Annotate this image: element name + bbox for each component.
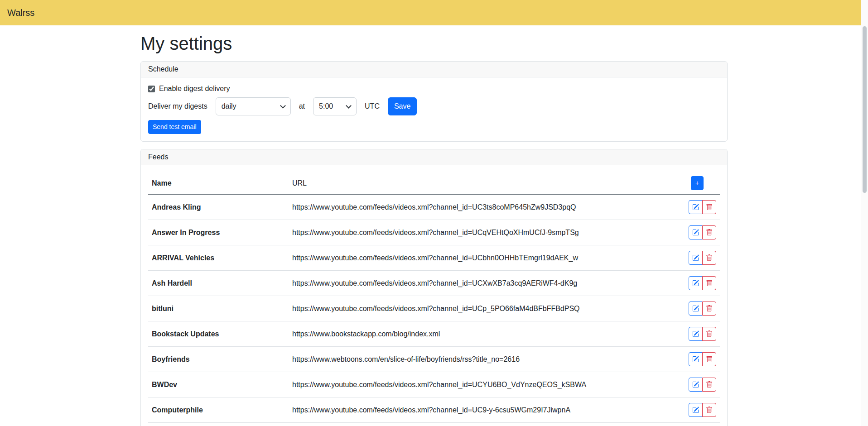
feed-url: https://www.youtube.com/feeds/videos.xml…	[289, 423, 679, 426]
column-header-url: URL	[289, 172, 679, 194]
feed-name: bitluni	[148, 296, 289, 321]
feed-name: Andreas Kling	[148, 194, 289, 220]
table-row: Andreas Kling https://www.youtube.com/fe…	[148, 194, 720, 220]
table-row: Fireship https://www.youtube.com/feeds/v…	[148, 423, 720, 426]
pencil-icon	[692, 381, 699, 388]
delete-feed-button[interactable]	[702, 251, 716, 265]
column-header-actions: +	[679, 172, 720, 194]
feed-name: Fireship	[148, 423, 289, 426]
top-navbar: Walrss	[0, 0, 868, 25]
feed-name: Bookstack Updates	[148, 321, 289, 347]
pencil-icon	[692, 330, 699, 337]
feed-name: BWDev	[148, 372, 289, 397]
edit-feed-button[interactable]	[689, 276, 703, 290]
column-header-name: Name	[148, 172, 289, 194]
feed-name: Answer In Progress	[148, 220, 289, 245]
table-row: bitluni https://www.youtube.com/feeds/vi…	[148, 296, 720, 321]
trash-icon	[706, 356, 713, 363]
edit-feed-button[interactable]	[689, 225, 703, 239]
delete-feed-button[interactable]	[702, 378, 716, 392]
table-row: Bookstack Updates https://www.bookstacka…	[148, 321, 720, 347]
frequency-select[interactable]: daily	[216, 97, 291, 115]
trash-icon	[706, 254, 713, 261]
delete-feed-button[interactable]	[702, 276, 716, 290]
delete-feed-button[interactable]	[702, 403, 716, 417]
pencil-icon	[692, 356, 699, 363]
feed-url: https://www.youtube.com/feeds/videos.xml…	[289, 372, 679, 397]
edit-feed-button[interactable]	[689, 200, 703, 214]
feed-url: https://www.youtube.com/feeds/videos.xml…	[289, 271, 679, 296]
feed-url: https://www.bookstackapp.com/blog/index.…	[289, 321, 679, 347]
table-row: Computerphile https://www.youtube.com/fe…	[148, 397, 720, 423]
pencil-icon	[692, 280, 699, 287]
trash-icon	[706, 407, 713, 413]
save-button[interactable]: Save	[388, 97, 417, 115]
trash-icon	[706, 229, 713, 236]
main-content: My settings Schedule Enable digest deliv…	[140, 34, 728, 426]
trash-icon	[706, 305, 713, 312]
feed-url: https://www.youtube.com/feeds/videos.xml…	[289, 397, 679, 423]
enable-digest-label: Enable digest delivery	[159, 85, 230, 93]
trash-icon	[706, 280, 713, 287]
trash-icon	[706, 330, 713, 337]
deliver-label: Deliver my digests	[148, 102, 207, 110]
scrollbar-thumb[interactable]	[863, 26, 867, 193]
trash-icon	[706, 204, 713, 211]
table-row: ARRIVAL Vehicles https://www.youtube.com…	[148, 245, 720, 271]
feeds-card: Feeds Name URL + Andreas Kling https:/	[140, 149, 728, 426]
edit-feed-button[interactable]	[689, 378, 703, 392]
table-row: Ash Hardell https://www.youtube.com/feed…	[148, 271, 720, 296]
table-row: Boyfriends https://www.webtoons.com/en/s…	[148, 347, 720, 372]
at-label: at	[299, 102, 305, 110]
pencil-icon	[692, 407, 699, 413]
edit-feed-button[interactable]	[689, 327, 703, 341]
pencil-icon	[692, 305, 699, 312]
enable-digest-checkbox[interactable]	[148, 86, 155, 92]
pencil-icon	[692, 254, 699, 261]
feeds-table: Name URL + Andreas Kling https://www.you…	[148, 172, 720, 426]
pencil-icon	[692, 204, 699, 211]
feed-url: https://www.webtoons.com/en/slice-of-lif…	[289, 347, 679, 372]
schedule-card-header: Schedule	[141, 62, 727, 77]
timezone-label: UTC	[365, 102, 380, 110]
edit-feed-button[interactable]	[689, 302, 703, 316]
feed-url: https://www.youtube.com/feeds/videos.xml…	[289, 296, 679, 321]
pencil-icon	[692, 229, 699, 236]
table-row: Answer In Progress https://www.youtube.c…	[148, 220, 720, 245]
table-row: BWDev https://www.youtube.com/feeds/vide…	[148, 372, 720, 397]
delete-feed-button[interactable]	[702, 302, 716, 316]
time-select-wrap: 5:00	[313, 97, 357, 115]
scrollbar-track[interactable]	[861, 0, 868, 426]
schedule-card-body: Enable digest delivery Deliver my digest…	[141, 77, 727, 141]
schedule-card: Schedule Enable digest delivery Deliver …	[140, 61, 728, 142]
enable-digest-row: Enable digest delivery	[148, 85, 720, 93]
feed-url: https://www.youtube.com/feeds/videos.xml…	[289, 194, 679, 220]
feeds-card-body: Name URL + Andreas Kling https://www.you…	[141, 165, 727, 426]
add-feed-button[interactable]: +	[691, 176, 704, 190]
feed-url: https://www.youtube.com/feeds/videos.xml…	[289, 245, 679, 271]
feed-name: ARRIVAL Vehicles	[148, 245, 289, 271]
edit-feed-button[interactable]	[689, 403, 703, 417]
delete-feed-button[interactable]	[702, 225, 716, 239]
edit-feed-button[interactable]	[689, 251, 703, 265]
feed-url: https://www.youtube.com/feeds/videos.xml…	[289, 220, 679, 245]
feed-name: Boyfriends	[148, 347, 289, 372]
send-test-email-button[interactable]: Send test email	[148, 120, 201, 134]
page-title: My settings	[140, 34, 728, 54]
feeds-table-header-row: Name URL +	[148, 172, 720, 194]
feeds-card-header: Feeds	[141, 149, 727, 165]
delete-feed-button[interactable]	[702, 352, 716, 366]
feed-name: Ash Hardell	[148, 271, 289, 296]
time-select[interactable]: 5:00	[313, 97, 357, 115]
frequency-select-wrap: daily	[216, 97, 291, 115]
brand-link[interactable]: Walrss	[7, 8, 34, 18]
delete-feed-button[interactable]	[702, 327, 716, 341]
delivery-controls-row: Deliver my digests daily at 5:00 UTC Sav…	[148, 97, 720, 115]
edit-feed-button[interactable]	[689, 352, 703, 366]
trash-icon	[706, 381, 713, 388]
feed-name: Computerphile	[148, 397, 289, 423]
test-email-row: Send test email	[148, 120, 720, 134]
delete-feed-button[interactable]	[702, 200, 716, 214]
